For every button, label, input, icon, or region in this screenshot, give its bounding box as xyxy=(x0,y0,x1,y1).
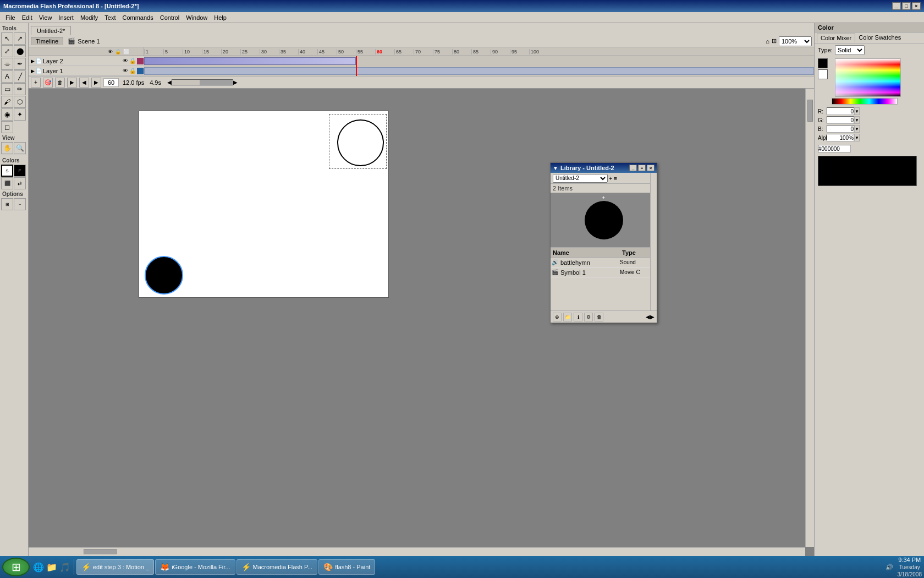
taskbar-media-icon[interactable]: 🎵 xyxy=(59,562,70,572)
black-circle-selected[interactable] xyxy=(145,256,183,295)
menu-window[interactable]: Window xyxy=(183,13,211,22)
add-guide-btn[interactable]: 🎯 xyxy=(43,78,53,88)
paintbucket-tool[interactable]: ◉ xyxy=(1,108,13,121)
prev-frame-btn[interactable]: ◀ xyxy=(79,78,89,88)
color-gradient-bar[interactable] xyxy=(835,58,901,97)
outline-icon[interactable]: ⬜ xyxy=(123,49,129,54)
subselect-tool[interactable]: ↗ xyxy=(14,32,26,45)
taskbar-ie-icon[interactable]: 🌐 xyxy=(33,562,44,572)
lib-item-symbol1[interactable]: 🎬 Symbol 1 Movie C xyxy=(551,268,657,277)
color-type-select[interactable]: Solid Linear Radial xyxy=(835,45,865,55)
add-layer-btn[interactable]: + xyxy=(31,78,41,88)
start-button[interactable]: ⊞ xyxy=(2,558,30,576)
taskbar-app-firefox[interactable]: 🦊 iGoogle - Mozilla Fir... xyxy=(155,559,235,575)
menu-file[interactable]: File xyxy=(2,13,19,22)
hex-input[interactable] xyxy=(818,145,851,152)
stroke-color-swatch[interactable] xyxy=(818,69,828,79)
color-mixer-tab[interactable]: Color Mixer xyxy=(817,34,855,42)
library-close-btn[interactable]: × xyxy=(647,165,654,171)
zoom-select[interactable]: 100% 50% 200% xyxy=(779,36,812,46)
lib-scroll-btn[interactable]: ◀▶ xyxy=(646,314,654,320)
lasso-tool[interactable]: ⌯ xyxy=(1,58,13,70)
minimize-btn[interactable]: _ xyxy=(892,2,901,10)
taskbar-app-flash[interactable]: ⚡ Macromedia Flash P... xyxy=(237,559,318,575)
timeline-tab[interactable]: Timeline xyxy=(31,37,63,45)
color-swatches-tab[interactable]: Color Swatches xyxy=(855,34,904,42)
gradient-tool[interactable]: ⬤ xyxy=(14,45,26,57)
lib-delete-btn[interactable]: 🗑 xyxy=(595,313,603,321)
b-input[interactable] xyxy=(827,125,854,133)
library-doc-select[interactable]: Untitled-2 xyxy=(553,174,608,183)
stroke-color-btn[interactable]: S xyxy=(1,165,13,177)
layer-2-eye[interactable]: 👁 xyxy=(123,58,128,64)
lib-new-symbol-btn[interactable]: ⊕ xyxy=(553,313,562,321)
stage[interactable] xyxy=(139,111,389,298)
alpha-input[interactable] xyxy=(827,134,854,141)
library-menu-btn[interactable]: ≡ xyxy=(638,165,646,171)
rect-tool[interactable]: ▭ xyxy=(1,83,13,95)
taskbar-app-paint[interactable]: 🎨 flash8 - Paint xyxy=(318,559,375,575)
circle-outline[interactable] xyxy=(337,119,384,166)
lib-props-btn[interactable]: ⚙ xyxy=(584,313,593,321)
maximize-btn[interactable]: □ xyxy=(902,2,911,10)
frame-num[interactable]: 60 xyxy=(103,78,119,87)
r-input[interactable] xyxy=(827,107,854,115)
layer-2-expand[interactable]: ▶ xyxy=(31,58,35,64)
pencil-tool[interactable]: ✏ xyxy=(14,83,26,95)
menu-help[interactable]: Help xyxy=(211,13,230,22)
tl-scroll-left[interactable]: ◀ xyxy=(167,79,172,85)
snap-toggle[interactable]: ⊞ xyxy=(1,198,13,210)
taskbar-explorer-icon[interactable]: 📁 xyxy=(46,562,57,572)
layer-1-expand[interactable]: ▶ xyxy=(31,68,35,74)
menu-modify[interactable]: Modify xyxy=(77,13,101,22)
menu-text[interactable]: Text xyxy=(101,13,119,22)
title-bar-controls[interactable]: _ □ × xyxy=(892,2,921,10)
text-tool[interactable]: A xyxy=(1,70,13,83)
tl-scroll-right[interactable]: ▶ xyxy=(233,79,238,85)
layer-1-name[interactable]: Layer 1 xyxy=(43,68,123,74)
black-white-btn[interactable]: ⬛ xyxy=(1,177,13,189)
lib-info-btn[interactable]: ℹ xyxy=(574,313,582,321)
canvas-vscroll[interactable] xyxy=(805,89,814,547)
select-tool[interactable]: ↖ xyxy=(1,32,13,45)
pen-tool[interactable]: ✒ xyxy=(14,58,26,70)
layer-2-lock[interactable]: 🔒 xyxy=(129,58,136,64)
brush-tool[interactable]: 🖌 xyxy=(1,96,13,108)
taskbar-app-edit[interactable]: ⚡ edit step 3 : Motion _ xyxy=(76,559,154,575)
free-transform-tool[interactable]: ⤢ xyxy=(1,45,13,57)
library-expand-icon[interactable]: ▼ xyxy=(553,165,558,171)
inkbottle-tool[interactable]: ⬡ xyxy=(14,96,26,108)
eraser-tool[interactable]: ◻ xyxy=(1,121,13,133)
layer-2-frames[interactable] xyxy=(144,56,814,66)
fill-color-btn[interactable]: F xyxy=(14,165,26,177)
lock-ruler-icon[interactable]: 🔒 xyxy=(115,49,121,54)
doc-tab[interactable]: Untitled-2* xyxy=(31,26,71,35)
menu-edit[interactable]: Edit xyxy=(19,13,36,22)
layer-1-frames[interactable] xyxy=(144,66,814,76)
menu-insert[interactable]: Insert xyxy=(55,13,77,22)
library-new-btn[interactable]: + xyxy=(609,175,612,182)
alpha-arrow[interactable]: ▼ xyxy=(854,134,860,141)
library-title-controls[interactable]: _ ≡ × xyxy=(629,165,654,171)
fill-color-swatch[interactable] xyxy=(818,58,828,68)
lib-new-folder-btn[interactable]: 📁 xyxy=(563,313,572,321)
eye-icon[interactable]: 👁 xyxy=(108,49,113,54)
volume-icon[interactable]: 🔊 xyxy=(886,564,893,571)
canvas-area[interactable] xyxy=(29,89,814,556)
smooth-btn[interactable]: ~ xyxy=(14,198,26,210)
lib-item-battlehymn[interactable]: 🔊 battlehymn Sound xyxy=(551,258,657,268)
library-options-btn[interactable]: ≡ xyxy=(613,175,617,182)
delete-layer-btn[interactable]: 🗑 xyxy=(55,78,65,88)
zoom-tool[interactable]: 🔍 xyxy=(14,142,26,154)
zoom-icon-home[interactable]: ⌂ xyxy=(766,38,769,45)
close-btn[interactable]: × xyxy=(912,2,921,10)
swap-colors-btn[interactable]: ⇄ xyxy=(14,177,26,189)
hand-tool[interactable]: ✋ xyxy=(1,142,13,154)
lib-scroll-area[interactable] xyxy=(650,173,657,310)
library-minimize-btn[interactable]: _ xyxy=(629,165,637,171)
layer-1-lock[interactable]: 🔒 xyxy=(129,68,136,74)
timeline-scrollbar[interactable] xyxy=(172,79,233,86)
layer-1-eye[interactable]: 👁 xyxy=(123,68,128,74)
layer-2-name[interactable]: Layer 2 xyxy=(43,58,123,64)
menu-view[interactable]: View xyxy=(36,13,56,22)
